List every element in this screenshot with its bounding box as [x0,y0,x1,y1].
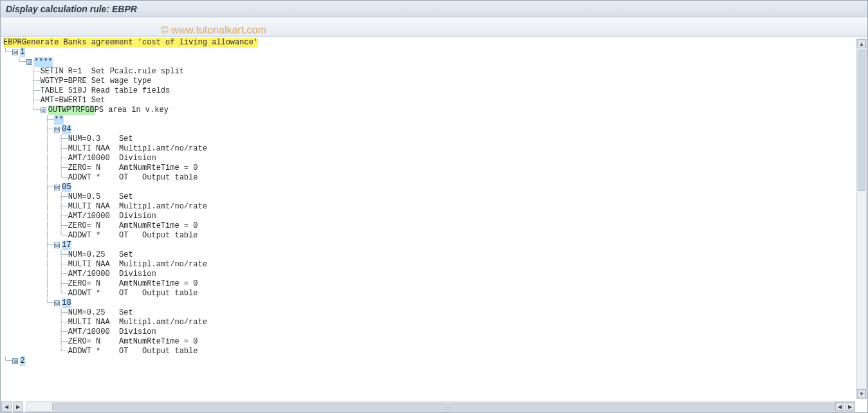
tree-row[interactable]: └─⊞2 [3,356,867,366]
op: NUM=0.5 [68,192,119,202]
scroll-up-button[interactable]: ▲ [857,39,866,48]
vertical-scroll-thumb[interactable] [858,50,865,191]
tree-row[interactable]: │ ├─AMT/10000 Division [3,270,867,279]
group-key: 18 [62,298,71,308]
tree-row[interactable]: │ ├─AMT/10000 Division [3,154,867,163]
group-key: 17 [62,241,71,250]
rule-code: EBPR [3,38,22,48]
tree-row[interactable]: │ ├─MULTI NAA Multipl.amt/no/rate [3,260,867,270]
tree-row[interactable]: └─⊟1 [3,48,867,57]
window-titlebar: Display calculation rule: EBPR [1,1,867,17]
collapse-icon[interactable]: ⊟ [54,300,60,306]
op-desc: Set [119,134,133,144]
tree-row[interactable]: ├─** [3,115,867,125]
node-2: 2 [20,356,24,366]
collapse-icon[interactable]: ⊟ [54,243,60,248]
op-desc: AmtNumRteTime = 0 [119,279,198,289]
tree-row[interactable]: ├─⊟17 [3,241,867,250]
op: ZERO= N [68,279,119,289]
collapse-icon[interactable]: ⊟ [12,50,18,55]
node-star2: ** [54,115,63,125]
tree-row[interactable]: │ ├─MULTI NAA Multipl.amt/no/rate [3,144,867,154]
chevron-up-icon: ▲ [859,41,864,47]
chevron-down-icon: ▼ [859,391,864,397]
op: NUM=0.3 [68,134,119,144]
tree-row[interactable]: │ ├─ZERO= N AmtNumRteTime = 0 [3,163,867,173]
tree-row[interactable]: ├─AMT/10000 Division [3,327,867,337]
op-mid: OT [119,347,142,356]
scroll-right-button[interactable]: ▶ [845,402,854,411]
op-desc: Set [91,96,106,106]
tree-row[interactable]: ├─ZERO= N AmtNumRteTime = 0 [3,337,867,347]
op-desc: Multipl.amt/no/rate [119,202,207,212]
tree-row[interactable]: │ └─ADDWT * OT Output table [3,289,867,298]
op: SETIN R=1 [41,67,91,77]
node-1: 1 [20,48,24,57]
tree-row[interactable]: │ ├─NUM=0.3 Set [3,134,867,144]
tree-row[interactable]: │ ├─ZERO= N AmtNumRteTime = 0 [3,221,867,231]
tree-row[interactable]: │ ├─AMT/10000 Division [3,212,867,221]
window-title: Display calculation rule: EBPR [6,4,137,14]
collapse-icon[interactable]: ⊟ [54,185,60,190]
tree-row[interactable]: ├─⊟04 [3,125,867,134]
scroll-down-button[interactable]: ▼ [857,389,866,398]
tree-row[interactable]: EBPR Generate Banks agreement 'cost of l… [3,38,867,48]
collapse-icon[interactable]: ⊟ [26,59,32,65]
chevron-right-icon: ▶ [16,404,20,410]
group-key: 04 [62,125,71,134]
op-desc: AmtNumRteTime = 0 [119,221,198,231]
tree-row[interactable]: └─ADDWT * OT Output table [3,347,867,356]
tree-row[interactable]: │ ├─NUM=0.5 Set [3,192,867,202]
tree-row[interactable]: └─⊟OUTWPTRFGB PS area in v.key [3,106,867,115]
app-window: Display calculation rule: EBPR © www.tut… [0,0,868,413]
tree-row[interactable]: ├─MULTI NAA Multipl.amt/no/rate [3,318,867,327]
page-left-button[interactable]: ◀ [1,401,12,412]
op-desc: Division [119,154,156,163]
collapse-icon[interactable]: ⊟ [41,107,46,113]
op: AMT/10000 [68,154,119,163]
tree-row[interactable]: ├─NUM=0.25 Set [3,308,867,318]
tree-view[interactable]: EBPR Generate Banks agreement 'cost of l… [1,37,867,412]
op: TABLE 510J [41,86,91,96]
op: AMT=BWERT1 [41,96,91,106]
expand-icon[interactable]: ⊞ [12,358,18,364]
op-desc: Set [119,308,133,318]
horizontal-scroll-thumb[interactable]: ::: [52,403,844,410]
tree-row[interactable]: │ └─ADDWT * OT Output table [3,173,867,183]
op-desc: Division [119,270,156,279]
chevron-left-icon: ◀ [838,404,842,410]
op: ADDWT * [68,347,119,356]
op-desc: AmtNumRteTime = 0 [119,163,198,173]
chevron-left-icon: ◀ [5,404,8,410]
tree-row[interactable]: └─⊟**** [3,57,867,67]
node-stars: **** [34,57,53,67]
horizontal-scrollbar[interactable]: ::: ◀ ▶ [26,401,855,412]
tree-row[interactable]: │ └─ADDWT * OT Output table [3,231,867,241]
tree-row[interactable]: ├─AMT=BWERT1 Set [3,96,867,106]
tree-row[interactable]: ├─⊟05 [3,183,867,192]
tree-row[interactable]: ├─SETIN R=1 Set Pcalc.rule split [3,67,867,77]
tree-row[interactable]: │ ├─MULTI NAA Multipl.amt/no/rate [3,202,867,212]
tree-row[interactable]: └─⊟18 [3,298,867,308]
op-desc: Set [119,250,133,260]
outwp-desc: PS area in v.key [95,106,169,115]
scroll-left-button[interactable]: ◀ [835,402,844,411]
op-desc: Output table [142,173,198,183]
vertical-scrollbar[interactable]: ▲ ▼ [856,39,867,399]
tree-row[interactable]: ├─TABLE 510J Read table fields [3,86,867,96]
op-mid: OT [119,173,142,183]
op-desc: AmtNumRteTime = 0 [119,337,198,347]
rule-desc: Generate Banks agreement 'cost of living… [22,38,258,48]
tree-row[interactable]: │ ├─ZERO= N AmtNumRteTime = 0 [3,279,867,289]
op: AMT/10000 [68,212,119,221]
op-desc: Set [119,192,133,202]
op-desc: Output table [142,231,198,241]
op-desc: Multipl.amt/no/rate [119,260,207,270]
op: MULTI NAA [68,144,119,154]
collapse-icon[interactable]: ⊟ [54,127,60,133]
op-desc: Set Pcalc.rule split [91,67,184,77]
tree-row[interactable]: │ ├─NUM=0.25 Set [3,250,867,260]
page-right-button[interactable]: ▶ [13,401,23,412]
scroll-grip-icon: ::: [445,405,452,411]
tree-row[interactable]: ├─WGTYP=BPRE Set wage type [3,77,867,86]
